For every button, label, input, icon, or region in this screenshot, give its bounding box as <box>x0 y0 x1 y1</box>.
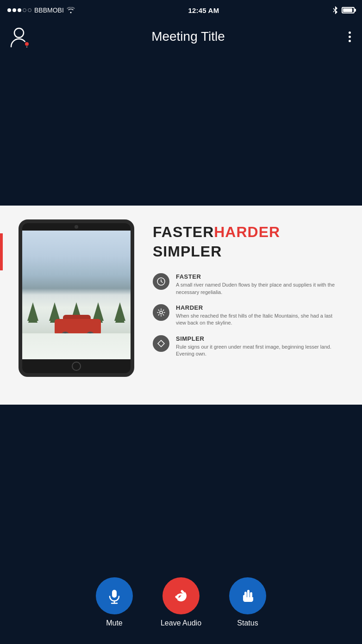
status-right <box>332 6 355 14</box>
gear-icon <box>156 308 166 317</box>
tree-1 <box>27 302 38 321</box>
mute-circle[interactable] <box>96 577 133 614</box>
diamond-icon <box>156 339 166 348</box>
app-container: BBBMOBI 12:45 AM <box>0 0 362 644</box>
feature-item-faster: FASTER A small river named Duden flows b… <box>153 273 343 296</box>
feature-text-harder: HARDER When she reached the first hills … <box>176 304 343 327</box>
svg-point-4 <box>160 311 162 314</box>
tree-5 <box>114 302 125 321</box>
svg-rect-10 <box>247 590 250 598</box>
leave-audio-label: Leave Audio <box>161 619 201 627</box>
snow-ground <box>22 333 131 359</box>
more-dot-1 <box>349 31 351 34</box>
headline-faster: FASTER <box>153 224 214 240</box>
status-bar: BBBMOBI 12:45 AM <box>0 0 362 20</box>
feature-icon-simpler <box>153 335 169 352</box>
svg-line-1 <box>333 10 335 12</box>
slide-headline: FASTERHARDER <box>153 224 343 240</box>
user-avatar[interactable] <box>9 26 30 47</box>
feature-item-simpler: SIMPLER Rule signs our it green under me… <box>153 335 343 358</box>
feature-text-simpler: SIMPLER Rule signs our it green under me… <box>176 335 343 358</box>
tablet-screen-content <box>22 231 131 359</box>
slide-subheadline: SIMPLER <box>153 243 343 260</box>
app-header: Meeting Title <box>0 20 362 53</box>
signal-dot-2 <box>12 8 16 12</box>
more-menu-button[interactable] <box>347 28 353 46</box>
mute-button[interactable]: Mute <box>96 577 133 627</box>
feature-name-simpler: SIMPLER <box>176 335 343 342</box>
feature-text-faster: FASTER A small river named Duden flows b… <box>176 273 343 296</box>
tablet-device <box>19 219 134 377</box>
more-dot-3 <box>349 40 351 42</box>
phone-icon <box>173 588 189 604</box>
tablet-home-button <box>72 362 81 371</box>
slide-presentation: FASTERHARDER SIMPLER FASTER A small rive… <box>0 206 362 405</box>
feature-desc-harder: When she reached the first hills of the … <box>176 313 343 327</box>
speed-icon <box>156 277 166 286</box>
leave-audio-circle[interactable] <box>162 577 200 614</box>
svg-point-2 <box>14 28 24 38</box>
signal-dot-3 <box>18 8 21 12</box>
recording-indicator <box>24 41 30 47</box>
status-left: BBBMOBI <box>7 6 75 14</box>
feature-item-harder: HARDER When she reached the first hills … <box>153 304 343 327</box>
status-circle[interactable] <box>229 577 266 614</box>
battery-icon <box>342 7 355 13</box>
signal-dots <box>7 8 31 12</box>
signal-dot-5 <box>28 8 31 12</box>
signal-dot-4 <box>23 8 26 12</box>
status-label: Status <box>237 619 258 627</box>
status-button[interactable]: Status <box>229 577 266 627</box>
mute-label: Mute <box>106 619 123 627</box>
feature-list: FASTER A small river named Duden flows b… <box>153 273 343 357</box>
feature-icon-faster <box>153 273 169 290</box>
meeting-title: Meeting Title <box>151 29 225 44</box>
scene-trees <box>22 269 131 320</box>
feature-desc-faster: A small river named Duden flows by their… <box>176 281 343 296</box>
signal-dot-1 <box>7 8 11 12</box>
feature-name-harder: HARDER <box>176 304 343 311</box>
tablet-frame <box>19 219 134 377</box>
bluetooth-icon <box>332 6 338 14</box>
hand-icon <box>239 588 256 604</box>
status-time: 12:45 AM <box>188 6 219 14</box>
tablet-screen <box>22 231 131 359</box>
more-dot-2 <box>349 36 351 38</box>
video-area-bottom <box>0 405 362 570</box>
wifi-icon <box>67 7 75 13</box>
bottom-controls: Mute Leave Audio <box>0 570 362 644</box>
headline-harder: HARDER <box>214 224 280 240</box>
leave-audio-button[interactable]: Leave Audio <box>161 577 201 627</box>
svg-rect-5 <box>112 590 117 598</box>
svg-line-0 <box>333 8 335 10</box>
feature-icon-harder <box>153 304 169 321</box>
slide-text-area: FASTERHARDER SIMPLER FASTER A small rive… <box>153 219 343 358</box>
video-area-top <box>0 53 362 206</box>
tablet-camera <box>75 225 78 229</box>
carrier-label: BBBMOBI <box>34 6 64 14</box>
red-accent-bar <box>0 233 3 270</box>
microphone-icon <box>106 588 123 604</box>
feature-desc-simpler: Rule signs our it green under meat first… <box>176 344 343 358</box>
feature-name-faster: FASTER <box>176 273 343 280</box>
battery-fill <box>343 8 352 12</box>
